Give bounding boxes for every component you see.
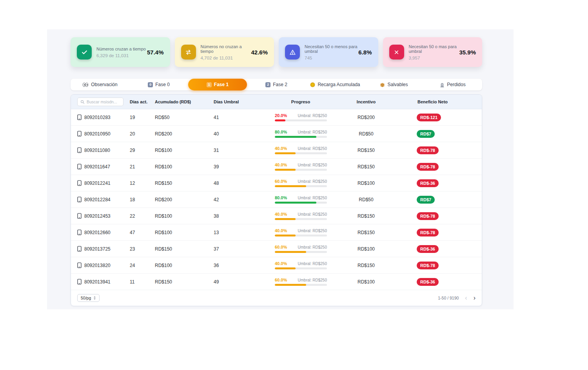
column-header-progreso: Progreso bbox=[272, 99, 329, 104]
progress-percent: 60.0% bbox=[275, 179, 287, 184]
table-row[interactable]: 8092012453 22 RD$100 38 40.0% Umbral: RD… bbox=[71, 208, 482, 224]
progress-track bbox=[275, 267, 327, 269]
progress-track bbox=[275, 185, 327, 187]
dias-act-value: 18 bbox=[128, 197, 152, 202]
tab-fase-2[interactable]: 2 Fase 2 bbox=[247, 79, 306, 90]
table-row[interactable]: 8092012284 18 RD$200 42 80.0% Umbral: RD… bbox=[71, 191, 482, 208]
progress-track bbox=[275, 235, 327, 236]
tab-perdidos[interactable]: Perdidos bbox=[423, 79, 482, 90]
dias-act-value: 23 bbox=[128, 246, 152, 252]
progress: 40.0% Umbral: RD$250 bbox=[275, 228, 327, 236]
progress-fill bbox=[275, 136, 316, 138]
incentivo-value: RD$150 bbox=[329, 230, 403, 235]
card-percent: 57.4% bbox=[147, 49, 164, 56]
close-icon bbox=[389, 45, 404, 60]
dias-act-value: 47 bbox=[128, 230, 152, 235]
table-row[interactable]: 8092012660 47 RD$100 13 40.0% Umbral: RD… bbox=[71, 224, 482, 241]
dias-act-value: 19 bbox=[128, 115, 152, 120]
umbral-label: Umbral: RD$250 bbox=[298, 114, 327, 118]
keycap-icon-wrap: 1 bbox=[207, 82, 212, 87]
page-size-select[interactable]: 50/pg bbox=[77, 294, 100, 302]
dias-umbral-value: 36 bbox=[211, 263, 272, 268]
pagination-controls: 1-50 / 9190 ‹ › bbox=[438, 295, 475, 301]
swap-icon bbox=[181, 45, 196, 60]
prev-page-button[interactable]: ‹ bbox=[465, 295, 467, 301]
umbral-label: Umbral: RD$250 bbox=[298, 163, 327, 167]
incentivo-value: RD$150 bbox=[329, 164, 403, 170]
msisdn-value: 8092012660 bbox=[84, 230, 111, 235]
beneficio-badge: RD$-36 bbox=[417, 179, 439, 187]
table-row[interactable]: 8092013820 24 RD$100 36 40.0% Umbral: RD… bbox=[71, 257, 482, 274]
progress-percent: 20.0% bbox=[275, 113, 287, 118]
acumulado-value: RD$150 bbox=[152, 246, 211, 252]
next-page-button[interactable]: › bbox=[474, 295, 475, 301]
dias-act-value: 12 bbox=[128, 180, 152, 186]
phone-icon bbox=[77, 246, 82, 252]
tab-fase-1[interactable]: 1 Fase 1 bbox=[188, 79, 247, 90]
tab-fase-0[interactable]: 0 Fase 0 bbox=[129, 79, 188, 90]
incentivo-value: RD$150 bbox=[329, 263, 403, 268]
summary-cards: Números cruzan a tiempo 6,329 de 11,031 … bbox=[71, 37, 482, 67]
table-row[interactable]: 8092011080 29 RD$100 31 40.0% Umbral: RD… bbox=[71, 142, 482, 159]
progress-track bbox=[275, 218, 327, 220]
table-row[interactable]: 8092010283 19 RD$50 41 20.0% Umbral: RD$… bbox=[71, 109, 482, 126]
table-row[interactable]: 8092013941 11 RD$150 49 60.0% Umbral: RD… bbox=[71, 274, 482, 290]
dias-act-value: 24 bbox=[128, 263, 152, 268]
phone-icon bbox=[77, 131, 82, 137]
search-box[interactable] bbox=[77, 97, 123, 106]
progress-fill bbox=[275, 284, 306, 286]
dias-umbral-value: 42 bbox=[211, 197, 272, 202]
card-subtitle: 4,702 de 11,031 bbox=[201, 56, 251, 60]
keycap-0-icon: 0 bbox=[148, 82, 153, 87]
incentivo-value: RD$50 bbox=[329, 131, 403, 137]
msisdn-value: 8092011080 bbox=[84, 148, 110, 153]
incentivo-value: RD$200 bbox=[329, 115, 403, 120]
dias-act-value: 22 bbox=[128, 213, 152, 219]
table-row[interactable]: 8092012241 12 RD$150 48 60.0% Umbral: RD… bbox=[71, 175, 482, 191]
progress-percent: 80.0% bbox=[275, 195, 287, 200]
column-header-acumulado: Acumulado (RD$) bbox=[152, 99, 211, 104]
table-row[interactable]: 8092010950 20 RD$200 40 80.0% Umbral: RD… bbox=[71, 126, 482, 142]
msisdn-value: 8092013820 bbox=[84, 263, 111, 268]
umbral-label: Umbral: RD$250 bbox=[298, 212, 327, 217]
incentivo-value: RD$150 bbox=[329, 213, 403, 219]
progress-track bbox=[275, 119, 327, 121]
progress-fill bbox=[275, 202, 316, 204]
phone-icon bbox=[77, 114, 82, 120]
table-row[interactable]: 8092011647 21 RD$100 39 40.0% Umbral: RD… bbox=[71, 159, 482, 175]
eyes-icon bbox=[82, 83, 89, 87]
dias-umbral-value: 38 bbox=[211, 213, 272, 219]
progress: 60.0% Umbral: RD$250 bbox=[275, 278, 327, 286]
progress-percent: 40.0% bbox=[275, 162, 287, 167]
tab-recarga-acumulada[interactable]: Recarga Acumulada bbox=[306, 79, 365, 90]
dias-umbral-value: 48 bbox=[211, 180, 272, 186]
phone-icon bbox=[77, 213, 82, 219]
dias-umbral-value: 40 bbox=[211, 131, 272, 137]
beneficio-badge: RD$-121 bbox=[417, 114, 441, 121]
umbral-label: Umbral: RD$250 bbox=[298, 196, 327, 200]
card-title: Números no cruzan a tiempo bbox=[201, 44, 251, 54]
progress: 40.0% Umbral: RD$250 bbox=[275, 212, 327, 220]
sort-updown-icon bbox=[93, 296, 96, 300]
search-input[interactable] bbox=[87, 99, 120, 104]
progress-percent: 40.0% bbox=[275, 261, 287, 266]
acumulado-value: RD$150 bbox=[152, 279, 211, 285]
progress: 60.0% Umbral: RD$250 bbox=[275, 179, 327, 187]
umbral-label: Umbral: RD$250 bbox=[298, 146, 327, 151]
beneficio-badge: RD$-78 bbox=[417, 212, 439, 220]
tab-observacion[interactable]: Observación bbox=[71, 79, 129, 90]
progress-fill bbox=[275, 267, 296, 269]
msisdn-value: 8092010950 bbox=[84, 131, 111, 137]
acumulado-value: RD$100 bbox=[152, 230, 211, 235]
tab-salvables[interactable]: Salvables bbox=[365, 79, 423, 90]
progress-fill bbox=[275, 185, 306, 187]
beneficio-badge: RD$-36 bbox=[417, 278, 439, 286]
umbral-label: Umbral: RD$250 bbox=[298, 229, 327, 233]
tab-label: Salvables bbox=[387, 82, 408, 87]
dias-act-value: 11 bbox=[128, 279, 152, 285]
dashboard-content: Números cruzan a tiempo 6,329 de 11,031 … bbox=[71, 29, 482, 306]
acumulado-value: RD$200 bbox=[152, 131, 211, 137]
table-row[interactable]: 8092013725 23 RD$150 37 60.0% Umbral: RD… bbox=[71, 241, 482, 257]
acumulado-value: RD$100 bbox=[152, 164, 211, 170]
umbral-label: Umbral: RD$250 bbox=[298, 262, 327, 266]
